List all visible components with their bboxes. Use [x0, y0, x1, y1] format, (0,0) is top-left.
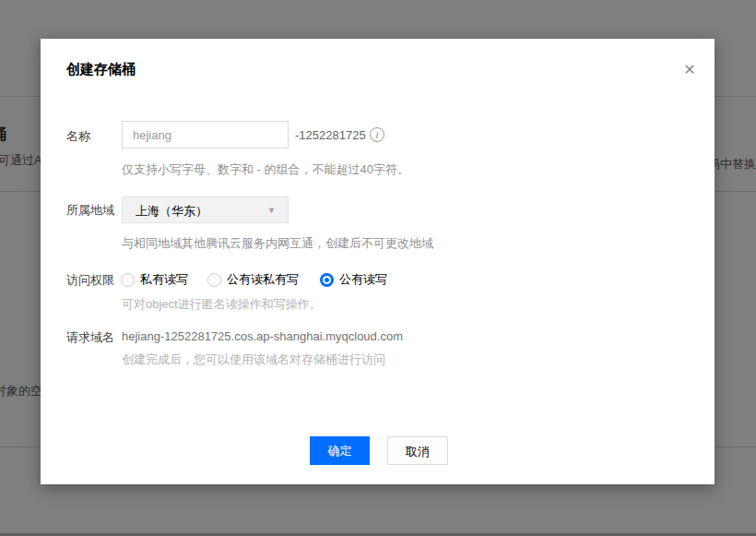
radio-label: 公有读私有写 [227, 271, 299, 288]
info-icon[interactable]: i [370, 127, 384, 142]
chevron-down-icon: ▼ [267, 206, 276, 215]
radio-public-rw[interactable]: 公有读写 [320, 271, 387, 288]
domain-hint: 创建完成后，您可以使用该域名对存储桶进行访问 [122, 351, 385, 368]
radio-icon [207, 273, 221, 287]
radio-private-rw[interactable]: 私有读写 [121, 271, 188, 288]
confirm-button[interactable]: 确定 [310, 436, 370, 465]
region-label: 所属地域 [66, 202, 114, 219]
radio-public-read-private-write[interactable]: 公有读私有写 [207, 271, 299, 288]
cancel-button[interactable]: 取消 [387, 436, 448, 465]
region-selected-value: 上海（华东） [136, 203, 207, 220]
bucket-name-input[interactable] [122, 121, 289, 149]
request-domain-value: hejiang-1252281725.cos.ap-shanghai.myqcl… [122, 329, 403, 343]
radio-selected-icon [320, 273, 334, 287]
radio-label: 公有读写 [339, 271, 387, 288]
domain-label: 请求域名 [66, 329, 114, 346]
acl-hint: 可对object进行匿名读操作和写操作。 [122, 296, 322, 313]
screen: 桶 也可通过A 码中替换按 对象的空间 创建存储桶 ✕ 名称 -12522817… [0, 0, 756, 536]
create-bucket-dialog: 创建存储桶 ✕ 名称 -1252281725 i 仅支持小写字母、数字和 - 的… [41, 39, 715, 484]
appid-suffix: -1252281725 [295, 128, 366, 142]
radio-icon [121, 273, 135, 287]
region-select[interactable]: 上海（华东） ▼ [122, 197, 289, 223]
name-label: 名称 [66, 128, 90, 145]
dialog-title: 创建存储桶 [66, 61, 136, 78]
name-hint: 仅支持小写字母、数字和 - 的组合，不能超过40字符。 [122, 161, 409, 178]
close-icon[interactable]: ✕ [680, 61, 699, 79]
region-hint: 与相同地域其他腾讯云服务内网互通，创建后不可更改地域 [122, 235, 433, 252]
acl-label: 访问权限 [66, 272, 114, 289]
radio-label: 私有读写 [140, 271, 188, 288]
